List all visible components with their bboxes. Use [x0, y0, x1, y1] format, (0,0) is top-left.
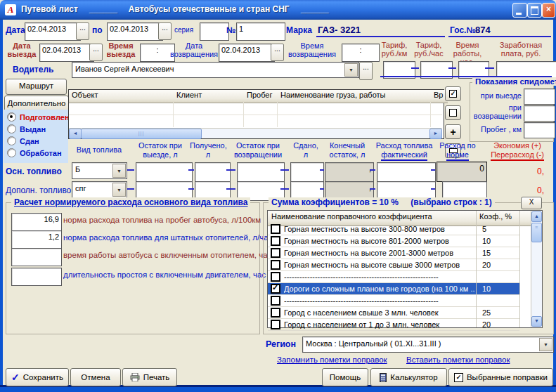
print-button[interactable]: Печать [122, 368, 177, 386]
scrollbar-thumb[interactable]: ≡ [531, 223, 542, 242]
number-field[interactable]: 1 [236, 22, 285, 41]
coefficient-row[interactable]: ----------------------------------------… [268, 271, 519, 283]
status-radio[interactable]: Сдан [4, 135, 68, 147]
norm-calc-label: длительность простоя с включенным двигат… [63, 270, 266, 279]
coefficient-row[interactable]: Город с населением от 1 до 3 млн. челове… [268, 319, 519, 331]
scroll-up-icon[interactable]: ▲ [531, 211, 542, 222]
date-to-browse-button[interactable]: ... [158, 22, 172, 40]
checkbox-icon[interactable] [271, 308, 280, 318]
checkbox-icon[interactable] [271, 272, 280, 282]
coefficient-row[interactable]: Горная местность на высоте 300-800 метро… [268, 223, 519, 235]
departure-date-field[interactable]: 02.04.2013 [39, 44, 94, 62]
coefficient-value: 15 [475, 249, 491, 257]
norm-calc-field[interactable] [11, 248, 62, 266]
scrollbar-thumb[interactable]: ||| [81, 129, 202, 139]
minimize-button[interactable] [512, 3, 527, 18]
status-radio[interactable]: Выдан [4, 123, 68, 135]
series-field[interactable] [200, 22, 229, 41]
departure-date-browse-button[interactable]: ... [89, 44, 103, 61]
connector-line [188, 188, 194, 190]
checkbox-icon[interactable] [271, 320, 280, 329]
norm-calc-label: время работы автобуса с включенным отопи… [63, 251, 271, 259]
driver-combobox[interactable]: Иванов Сергей Алексеевич ▼ [72, 62, 359, 78]
save-button[interactable]: ✓ Сохранить [6, 368, 69, 386]
main-norm-consumption-field: 0 [437, 162, 487, 182]
scroll-down-icon[interactable]: ▼ [531, 316, 542, 327]
close-button[interactable]: × [542, 3, 555, 18]
coefficient-name: Горная местность на высоте 801-2000 метр… [284, 237, 475, 245]
chevron-down-icon[interactable]: ▼ [539, 338, 552, 351]
odometer-out-field[interactable] [524, 89, 555, 105]
connector-line [431, 188, 435, 190]
selected-corrections-button[interactable]: ✓ Выбранные поправки [448, 368, 553, 386]
status-label: Выдан [20, 125, 46, 133]
brand-label: Марка [286, 25, 312, 35]
window-title-main: Автобусы отечественные и стран СНГ [129, 4, 290, 14]
calculator-button[interactable]: Калькулятор [370, 368, 447, 386]
connector-line [370, 169, 375, 171]
column-divider [476, 211, 477, 327]
main-rest-in-field[interactable] [237, 162, 285, 182]
checkbox-icon[interactable] [271, 248, 280, 258]
chevron-down-icon[interactable]: ▼ [112, 164, 126, 178]
add-row-button[interactable]: + [445, 124, 461, 139]
odometer-in-field[interactable] [524, 105, 555, 122]
checkbox-icon[interactable] [271, 236, 280, 246]
main-economy-value: 0, [502, 166, 544, 176]
main-handed-field[interactable] [290, 162, 324, 182]
norm-calc-field[interactable]: 16,9 [11, 213, 62, 231]
norm-calc-field[interactable] [11, 268, 62, 286]
date-to-field[interactable]: 02.04.2013 [107, 22, 163, 41]
norm-calc-field[interactable]: 1,2 [11, 230, 62, 249]
scroll-left-icon[interactable]: ◄ [69, 129, 82, 139]
return-time-field[interactable]: : [342, 44, 380, 62]
coefficient-row[interactable]: Горная местность на высоте свыше 3000 ме… [268, 259, 519, 271]
region-combobox[interactable]: Москва : Центральный ( 01.XI...31.III ) … [302, 337, 554, 353]
calculator-icon [380, 373, 387, 382]
mileage-field[interactable] [524, 122, 555, 138]
driver-browse-button[interactable]: ... [359, 62, 373, 80]
coefficients-close-button[interactable]: X [521, 197, 542, 209]
save-button-label: Сохранить [23, 373, 63, 381]
coefficient-row[interactable]: Горная местность на высоте 801-2000 метр… [268, 235, 519, 247]
date-to-label: по [92, 25, 103, 35]
uncheck-all-rows-button[interactable] [445, 105, 461, 120]
main-received-field[interactable] [195, 162, 231, 182]
date-from-field[interactable]: 02.04.2013 [25, 22, 81, 41]
main-actual-consumption-field[interactable] [377, 162, 436, 182]
help-button[interactable]: Помощь [322, 368, 368, 386]
chevron-down-icon[interactable]: ▼ [112, 183, 126, 197]
horizontal-scrollbar[interactable]: ◄ ||| ► [69, 128, 442, 138]
route-button[interactable]: Маршрут [6, 79, 67, 95]
coefficient-row[interactable]: ----------------------------------------… [268, 295, 519, 307]
main-fuel-type-combobox[interactable]: Б ▼ [72, 162, 127, 179]
coefficients-sum-title: Сумма коэффициентов = 10 % [271, 197, 399, 207]
return-date-field[interactable]: 02.04.2013 [219, 44, 275, 62]
vertical-scrollbar[interactable]: ▲ ≡ ▼ [531, 211, 542, 327]
coefficient-row[interactable]: Горная местность на высоте 2001-3000 мет… [268, 247, 519, 259]
checkbox-icon[interactable] [271, 260, 280, 270]
additional-fuel-type-combobox[interactable]: спг ▼ [72, 181, 127, 198]
check-all-rows-button[interactable]: ✓ [445, 86, 461, 101]
plus-icon: + [450, 129, 455, 136]
scroll-right-icon[interactable]: ► [429, 129, 442, 139]
calculator-button-label: Калькулятор [390, 373, 437, 381]
coefficient-row[interactable]: Город с населением свыше 3 млн. человек … [268, 307, 519, 319]
checkbox-icon[interactable] [271, 224, 280, 234]
main-fuel-type-value: Б [75, 165, 112, 174]
checkbox-icon[interactable] [271, 284, 280, 294]
date-from-browse-button[interactable]: ... [76, 22, 89, 40]
chevron-down-icon[interactable]: ▼ [344, 63, 358, 77]
checkbox-icon[interactable] [271, 296, 280, 306]
coefficient-row[interactable]: Дороги со сложным планом вне городов (на… [268, 283, 519, 295]
status-radio[interactable]: Подготовлен [4, 111, 68, 123]
remember-marks-link[interactable]: Запомнить пометки поправок [277, 355, 387, 364]
departure-time-label: Время выезда [103, 41, 138, 58]
fuel-header: фактический [381, 150, 427, 161]
main-rest-out-field[interactable] [136, 162, 193, 182]
insert-marks-link[interactable]: Вставить пометки поправок [406, 355, 510, 364]
return-date-browse-button[interactable]: ... [271, 44, 284, 61]
maximize-button[interactable] [527, 3, 542, 18]
status-radio[interactable]: Обработан [4, 147, 68, 159]
cancel-button[interactable]: Отмена [70, 368, 121, 386]
